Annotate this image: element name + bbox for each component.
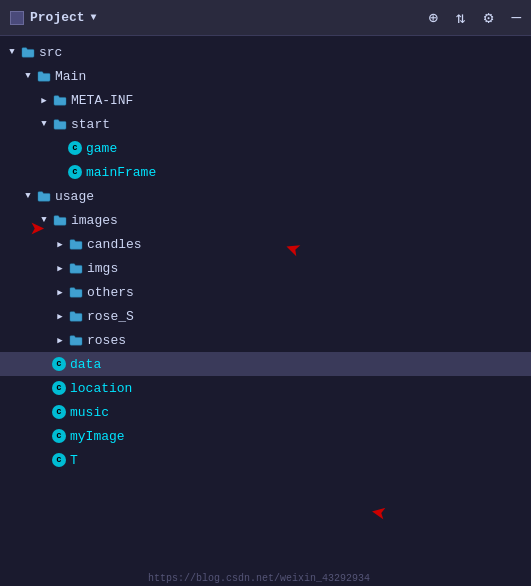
folder-icon xyxy=(52,93,68,107)
class-badge-icon: c xyxy=(68,141,82,155)
folder-icon xyxy=(20,45,36,59)
window-icon xyxy=(10,11,24,25)
tree-item-roses[interactable]: ▶ roses xyxy=(0,328,531,352)
expand-icon[interactable]: ▼ xyxy=(20,188,36,204)
tree-item-T[interactable]: cT xyxy=(0,448,531,472)
class-label: mainFrame xyxy=(86,165,156,180)
expand-placeholder xyxy=(36,404,52,420)
folder-icon xyxy=(68,261,84,275)
class-badge-icon: c xyxy=(52,429,66,443)
folder-icon xyxy=(52,213,68,227)
expand-icon[interactable]: ▶ xyxy=(52,236,68,252)
tree-item-start[interactable]: ▼ start xyxy=(0,112,531,136)
folder-label: rose_S xyxy=(87,309,134,324)
expand-icon[interactable]: ▶ xyxy=(36,92,52,108)
tree-item-myImage[interactable]: cmyImage xyxy=(0,424,531,448)
tree-item-src[interactable]: ▼ src xyxy=(0,40,531,64)
title-bar-left: Project ▼ xyxy=(10,10,428,25)
expand-placeholder xyxy=(36,428,52,444)
expand-placeholder xyxy=(52,140,68,156)
tree-item-main[interactable]: ▼ Main xyxy=(0,64,531,88)
expand-icon[interactable]: ▼ xyxy=(36,212,52,228)
expand-placeholder xyxy=(52,164,68,180)
tree-item-usage[interactable]: ▼ usage xyxy=(0,184,531,208)
folder-icon xyxy=(68,309,84,323)
class-label: myImage xyxy=(70,429,125,444)
folder-label: start xyxy=(71,117,110,132)
folder-icon xyxy=(52,117,68,131)
title-bar: Project ▼ ⊕ ⇅ ⚙ — xyxy=(0,0,531,36)
folder-label: others xyxy=(87,285,134,300)
tree-item-candles[interactable]: ▶ candles xyxy=(0,232,531,256)
class-label: location xyxy=(70,381,132,396)
title-bar-right: ⊕ ⇅ ⚙ — xyxy=(428,8,521,28)
tree-item-location[interactable]: clocation xyxy=(0,376,531,400)
tree-item-others[interactable]: ▶ others xyxy=(0,280,531,304)
expand-icon[interactable]: ▶ xyxy=(52,260,68,276)
tree-item-imgs[interactable]: ▶ imgs xyxy=(0,256,531,280)
class-label: T xyxy=(70,453,78,468)
settings-icon[interactable]: ⚙ xyxy=(484,8,494,28)
folder-label: usage xyxy=(55,189,94,204)
tree-item-music[interactable]: cmusic xyxy=(0,400,531,424)
tree-item-rose_S[interactable]: ▶ rose_S xyxy=(0,304,531,328)
folder-icon xyxy=(68,285,84,299)
expand-icon[interactable]: ▶ xyxy=(52,284,68,300)
expand-icon[interactable]: ▼ xyxy=(20,68,36,84)
folder-icon xyxy=(36,69,52,83)
expand-placeholder xyxy=(36,452,52,468)
add-icon[interactable]: ⊕ xyxy=(428,8,438,28)
folder-label: candles xyxy=(87,237,142,252)
expand-placeholder xyxy=(36,380,52,396)
folder-icon xyxy=(36,189,52,203)
layers-icon[interactable]: ⇅ xyxy=(456,8,466,28)
project-tree-panel: ▼ src▼ Main▶ META-INF▼ startcgamecmainFr… xyxy=(0,36,531,586)
class-badge-icon: c xyxy=(52,405,66,419)
tree-item-meta-inf[interactable]: ▶ META-INF xyxy=(0,88,531,112)
tree-item-images[interactable]: ▼ images xyxy=(0,208,531,232)
expand-placeholder xyxy=(36,356,52,372)
class-badge-icon: c xyxy=(52,357,66,371)
folder-label: imgs xyxy=(87,261,118,276)
project-title: Project xyxy=(30,10,85,25)
collapse-icon[interactable]: — xyxy=(511,9,521,27)
folder-label: Main xyxy=(55,69,86,84)
expand-icon[interactable]: ▼ xyxy=(4,44,20,60)
class-label: game xyxy=(86,141,117,156)
class-badge-icon: c xyxy=(52,453,66,467)
folder-label: roses xyxy=(87,333,126,348)
class-label: music xyxy=(70,405,109,420)
folder-label: META-INF xyxy=(71,93,133,108)
class-badge-icon: c xyxy=(52,381,66,395)
class-label: data xyxy=(70,357,101,372)
tree-item-data[interactable]: cdata xyxy=(0,352,531,376)
folder-icon xyxy=(68,237,84,251)
expand-icon[interactable]: ▼ xyxy=(36,116,52,132)
folder-label: images xyxy=(71,213,118,228)
folder-label: src xyxy=(39,45,62,60)
class-badge-icon: c xyxy=(68,165,82,179)
folder-icon xyxy=(68,333,84,347)
expand-icon[interactable]: ▶ xyxy=(52,308,68,324)
dropdown-arrow-icon[interactable]: ▼ xyxy=(91,12,97,23)
tree-item-game[interactable]: cgame xyxy=(0,136,531,160)
expand-icon[interactable]: ▶ xyxy=(52,332,68,348)
tree-item-mainFrame[interactable]: cmainFrame xyxy=(0,160,531,184)
